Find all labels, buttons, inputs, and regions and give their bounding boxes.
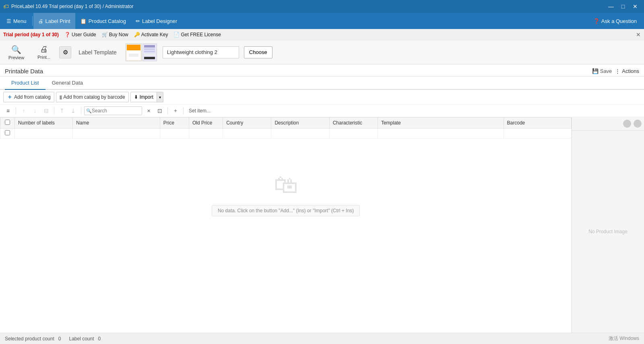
add-from-catalog-barcode-button[interactable]: ||| Add from catalog by barcode <box>56 92 129 102</box>
trialbar-close-button[interactable]: ✕ <box>636 31 641 38</box>
print-button[interactable]: 🖨 Print... <box>32 42 56 62</box>
move-bottom-button[interactable]: ⤓ <box>68 106 78 116</box>
choose-button[interactable]: Choose <box>244 46 272 58</box>
label-designer-menu-item[interactable]: ✏ Label Designer <box>131 13 182 29</box>
set-item-button[interactable]: Set item... <box>186 107 213 114</box>
side-panel-prev-button[interactable] <box>623 120 631 128</box>
col-name[interactable]: Name <box>73 118 160 128</box>
statusbar: Selected product count 0 Label count 0 激… <box>0 333 644 344</box>
col-barcode[interactable]: Barcode <box>504 118 571 128</box>
label-designer-label: Label Designer <box>142 18 177 24</box>
product-catalog-menu-item[interactable]: 📋 Product Catalog <box>75 13 131 29</box>
row-price-cell <box>160 128 189 139</box>
printable-header: Printable Data 💾 Save ⋮ Actions <box>0 64 644 77</box>
tabs: Product List General Data <box>0 77 644 90</box>
template-label: Label Template <box>78 49 117 56</box>
label-print-label: Label Print <box>45 18 70 24</box>
col-template[interactable]: Template <box>378 118 504 128</box>
col-description[interactable]: Description <box>271 118 329 128</box>
template-thumbnail-1 <box>126 44 142 61</box>
actions-button[interactable]: ⋮ Actions <box>615 68 639 74</box>
menu-label: Menu <box>13 18 27 24</box>
printable-data-title: Printable Data <box>5 68 43 75</box>
empty-message: No data. Click on the button "Add..." (I… <box>212 205 360 216</box>
divider-4 <box>167 107 168 114</box>
import-label: Import <box>140 94 153 100</box>
minimize-button[interactable]: — <box>605 1 617 12</box>
col-price[interactable]: Price <box>160 118 189 128</box>
print-label: Print... <box>37 55 50 60</box>
label-print-menu-item[interactable]: 🖨 Label Print <box>33 13 75 29</box>
import-dropdown-button[interactable]: ▾ <box>157 92 163 102</box>
move-top-button[interactable]: ⤒ <box>57 106 67 116</box>
divider-2 <box>54 107 54 114</box>
preview-button[interactable]: 🔍 Preview <box>4 42 29 62</box>
import-main-button[interactable]: ⬇ Import <box>131 93 157 101</box>
clear-search-button[interactable]: ✕ <box>144 106 153 116</box>
print-toolbar-icon: 🖨 <box>40 45 48 54</box>
table-area: Number of labels Name Price Old Price Co <box>0 117 572 333</box>
table-header: Number of labels Name Price Old Price Co <box>0 118 572 128</box>
designer-icon: ✏ <box>136 18 140 24</box>
add-from-catalog-button[interactable]: ＋ Add from catalog <box>3 92 54 102</box>
save-button[interactable]: 💾 Save <box>592 68 612 74</box>
split-icon: ⊟ <box>44 108 49 114</box>
select-all-icon: ⊡ <box>157 108 162 114</box>
move-down-button[interactable]: ↓ <box>30 106 40 116</box>
statusbar-right: 激活 Windows <box>609 335 639 342</box>
maximize-button[interactable]: □ <box>617 1 629 12</box>
ask-question-button[interactable]: ❓ Ask a Question <box>588 18 642 24</box>
trialbar: Trial period (day 1 of 30) ❓ User Guide … <box>0 29 644 40</box>
template-preview <box>126 44 159 61</box>
ask-question-label: Ask a Question <box>601 18 637 24</box>
tab-product-list[interactable]: Product List <box>5 77 45 90</box>
divider-3 <box>81 107 81 114</box>
side-panel-next-button[interactable] <box>634 120 642 128</box>
tab-general-data[interactable]: General Data <box>45 77 89 90</box>
user-guide-link[interactable]: ❓ User Guide <box>64 32 96 37</box>
template-name-box: Lightweight clothing 2 <box>163 46 239 58</box>
help-icon: ❓ <box>64 32 70 37</box>
settings-icon: ⚙ <box>63 49 68 56</box>
question-icon: ❓ <box>593 18 600 24</box>
move-top-icon: ⤒ <box>60 108 64 114</box>
save-label: Save <box>600 68 612 74</box>
split-button[interactable]: ⊟ <box>41 106 51 116</box>
preview-label: Preview <box>8 55 24 60</box>
move-up-button[interactable]: ↑ <box>19 106 29 116</box>
trial-text: Trial period (day 1 of 30) <box>3 32 59 37</box>
col-old-price[interactable]: Old Price <box>189 118 223 128</box>
statusbar-left: Selected product count 0 Label count 0 <box>5 336 101 342</box>
content-area: Number of labels Name Price Old Price Co <box>0 117 644 333</box>
row-num-labels-cell <box>15 128 73 139</box>
app-title: PriceLabel 10.49 Trial period (day 1 of … <box>11 4 134 9</box>
col-country[interactable]: Country <box>223 118 271 128</box>
document-icon: 📄 <box>173 32 180 37</box>
settings-button[interactable]: ⚙ <box>59 46 71 58</box>
col-characteristic[interactable]: Characteristic <box>329 118 378 128</box>
search-input[interactable] <box>92 108 140 114</box>
select-all-checkbox[interactable] <box>5 120 10 125</box>
col-num-labels[interactable]: Number of labels <box>15 118 73 128</box>
row-checkbox[interactable] <box>5 130 10 135</box>
close-button[interactable]: ✕ <box>630 1 641 12</box>
menubar: ☰ Menu 🖨 Label Print 📋 Product Catalog ✏… <box>0 13 644 29</box>
actions-menu-icon: ⋮ <box>615 68 620 74</box>
add-row-button[interactable]: ＋ <box>171 106 180 116</box>
main-content: Printable Data 💾 Save ⋮ Actions Product … <box>0 64 644 333</box>
search-box: 🔍 <box>84 106 142 115</box>
empty-bag-icon: 🛍 <box>274 171 298 199</box>
barcode-icon: ||| <box>60 95 62 99</box>
menu-button[interactable]: ☰ Menu <box>2 13 31 29</box>
side-panel: No Product Image <box>572 117 644 333</box>
select-all-button[interactable]: ⊡ <box>155 106 165 116</box>
no-product-image-label: No Product Image <box>588 229 627 234</box>
free-license-link[interactable]: 📄 Get FREE License <box>173 32 221 37</box>
sort-button[interactable]: ≡ <box>3 106 13 116</box>
titlebar-left: 🏷 PriceLabel 10.49 Trial period (day 1 o… <box>3 3 134 10</box>
buy-now-link[interactable]: 🛒 Buy Now <box>102 32 128 37</box>
header-actions: 💾 Save ⋮ Actions <box>592 68 639 74</box>
row-country-cell <box>223 128 271 139</box>
divider-1 <box>16 107 16 114</box>
activate-key-link[interactable]: 🔑 Activate Key <box>134 32 168 37</box>
